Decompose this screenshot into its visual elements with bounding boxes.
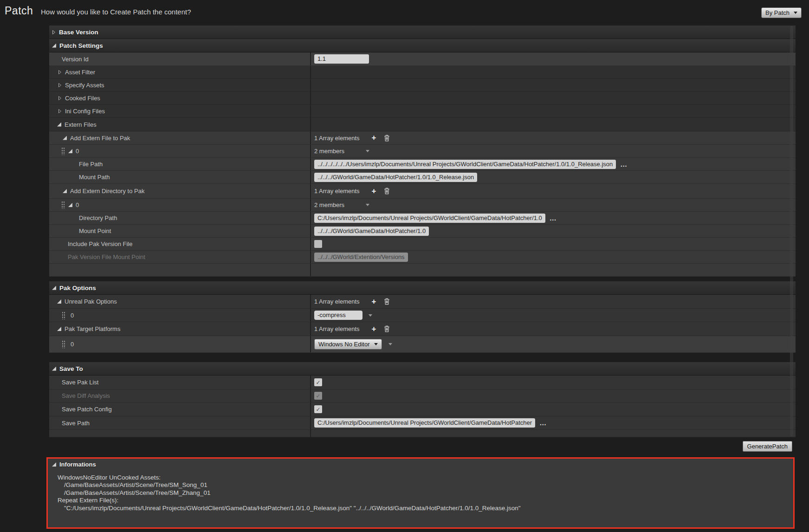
save-patch-config-label: Save Patch Config <box>62 406 112 413</box>
directory-path-input[interactable]: C:/Users/imzlp/Documents/Unreal Projects… <box>314 214 545 223</box>
drag-handle[interactable] <box>61 201 65 209</box>
platform-dropdown-label: Windows No Editor <box>318 341 370 348</box>
expander-collapsed-icon[interactable] <box>58 109 62 114</box>
row-cooked-files[interactable]: Cooked Files <box>49 92 796 105</box>
add-element-button[interactable]: + <box>372 327 376 331</box>
hotpatcher-window: Patch How would you like to Create Patch… <box>0 0 809 532</box>
row-add-extern-directory-to-pak: Add Extern Directory to Pak 1 Array elem… <box>49 184 796 199</box>
expander-expanded-icon[interactable] <box>63 136 67 140</box>
mount-path-input[interactable]: ../../../GWorld/GameData/HotPatcher/1.0/… <box>314 173 477 182</box>
file-path-input[interactable]: ../../../../../../Users/imzlp/Documents/… <box>314 160 616 169</box>
browse-button[interactable]: … <box>539 421 547 425</box>
row-save-path: Save Path C:/Users/imzlp/Documents/Unrea… <box>49 416 796 430</box>
section-gap <box>49 277 796 281</box>
trash-icon[interactable] <box>384 135 390 142</box>
section-label: Pak Options <box>59 285 96 292</box>
expander-expanded-icon[interactable] <box>57 123 61 127</box>
version-id-input[interactable]: 1.1 <box>314 54 369 64</box>
expander-expanded-icon[interactable] <box>63 189 67 193</box>
browse-button[interactable]: … <box>620 162 628 166</box>
expander-expanded-icon[interactable] <box>52 286 56 290</box>
row-pak-version-mount-point: Pak Version File Mount Point ../../../GW… <box>49 251 796 264</box>
row-pak-target-platforms: Pak Target Platforms 1 Array elements + <box>49 322 796 336</box>
row-save-diff-analysis: Save Diff Analysis ✓ <box>49 389 796 402</box>
add-element-button[interactable]: + <box>372 189 376 194</box>
row-pak-target-platform-0: 0 Windows No Editor <box>49 336 796 353</box>
expander-expanded-icon[interactable] <box>68 149 72 153</box>
chevron-down-icon <box>374 343 378 345</box>
expander-expanded-icon[interactable] <box>57 299 61 304</box>
add-element-button[interactable]: + <box>372 299 376 304</box>
check-icon: ✓ <box>316 406 320 413</box>
expander-expanded-icon[interactable] <box>57 327 61 331</box>
informations-header[interactable]: Informations <box>48 459 793 468</box>
row-file-path: File Path ../../../../../../Users/imzlp/… <box>49 158 796 171</box>
expander-expanded-icon[interactable] <box>68 203 72 207</box>
include-pak-version-label: Include Pak Version File <box>68 240 132 247</box>
row-mount-point: Mount Point ../../../GWorld/GameData/Hot… <box>49 225 796 238</box>
row-ini-config-files[interactable]: Ini Config Files <box>49 105 796 118</box>
trash-icon[interactable] <box>384 298 390 305</box>
pak-option-input[interactable]: -compress <box>314 311 362 320</box>
add-element-button[interactable]: + <box>372 136 376 140</box>
version-id-label: Version Id <box>62 56 89 63</box>
mount-point-label: Mount Point <box>79 227 111 234</box>
include-pak-version-checkbox[interactable] <box>314 240 322 248</box>
section-gap <box>49 353 796 362</box>
generate-patch-button[interactable]: GeneratePatch <box>743 441 792 452</box>
mode-dropdown[interactable]: By Patch <box>761 7 802 18</box>
add-extern-file-label: Add Extern File to Pak <box>70 135 130 142</box>
save-patch-config-checkbox[interactable]: ✓ <box>314 405 322 413</box>
save-path-input[interactable]: C:/Users/imzlp/Documents/Unreal Projects… <box>314 418 535 428</box>
log-line: /Game/BaseAssets/Artist/Scene/Tree/SM_Zh… <box>58 489 793 497</box>
log-line: Repeat Extern File(s): <box>58 497 793 504</box>
section-save-to[interactable]: Save To <box>49 362 796 376</box>
expander-collapsed-icon[interactable] <box>52 30 56 35</box>
informations-log: WindowsNoEditor UnCooked Assets: /Game/B… <box>48 474 793 512</box>
drag-handle[interactable] <box>62 311 65 319</box>
array-count: 1 Array elements <box>314 135 360 142</box>
row-extern-dir-0: 0 2 members <box>49 199 796 212</box>
expander-expanded-icon[interactable] <box>52 462 56 467</box>
extern-files-label: Extern Files <box>65 121 97 128</box>
chevron-down-icon[interactable] <box>366 204 369 206</box>
expander-expanded-icon[interactable] <box>52 367 56 371</box>
drag-handle[interactable] <box>61 147 65 155</box>
trash-icon[interactable] <box>384 188 390 195</box>
extern-files-spacer <box>49 264 796 277</box>
expander-collapsed-icon[interactable] <box>58 70 62 75</box>
section-label: Patch Settings <box>59 42 103 49</box>
row-add-extern-file-to-pak: Add Extern File to Pak 1 Array elements … <box>49 131 796 145</box>
row-unreal-pak-options: Unreal Pak Options 1 Array elements + <box>49 295 796 309</box>
section-patch-settings[interactable]: Patch Settings <box>49 39 796 52</box>
platform-dropdown[interactable]: Windows No Editor <box>314 339 382 350</box>
section-base-version[interactable]: Base Version <box>49 26 796 39</box>
trash-icon[interactable] <box>384 325 390 332</box>
file-path-label: File Path <box>79 161 103 168</box>
mount-point-input[interactable]: ../../../GWorld/GameData/HotPatcher/1.0 <box>314 227 429 236</box>
pak-version-mount-label: Pak Version File Mount Point <box>68 253 145 260</box>
array-count: 1 Array elements <box>314 298 360 305</box>
mount-path-label: Mount Path <box>79 174 110 181</box>
section-pak-options[interactable]: Pak Options <box>49 281 796 295</box>
element-index: 0 <box>71 312 74 319</box>
mode-question: How would you like to Create Patch the c… <box>41 8 191 16</box>
chevron-down-icon[interactable] <box>388 343 392 345</box>
asset-filter-label: Asset Filter <box>65 69 95 76</box>
expander-expanded-icon[interactable] <box>52 44 56 48</box>
vertical-scrollbar[interactable] <box>790 26 793 436</box>
save-pak-list-checkbox[interactable]: ✓ <box>314 378 322 386</box>
browse-button[interactable]: … <box>550 216 557 220</box>
array-count: 1 Array elements <box>314 325 360 332</box>
row-directory-path: Directory Path C:/Users/imzlp/Documents/… <box>49 212 796 225</box>
log-line: WindowsNoEditor UnCooked Assets: <box>58 474 793 481</box>
chevron-down-icon[interactable] <box>366 150 369 152</box>
log-line: "C:/Users/imzlp/Documents/Unreal Project… <box>58 505 793 512</box>
drag-handle[interactable] <box>62 340 65 348</box>
expander-collapsed-icon[interactable] <box>58 96 62 101</box>
row-asset-filter[interactable]: Asset Filter <box>49 66 796 79</box>
row-specify-assets[interactable]: Specify Assets <box>49 79 796 92</box>
expander-collapsed-icon[interactable] <box>58 83 62 88</box>
row-extern-files[interactable]: Extern Files <box>49 118 796 131</box>
chevron-down-icon[interactable] <box>369 314 372 317</box>
